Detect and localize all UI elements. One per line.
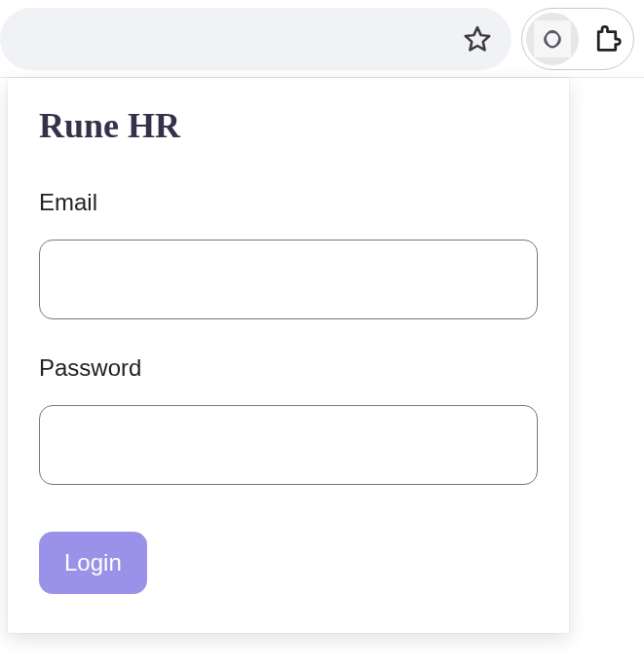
email-label: Email xyxy=(39,189,538,216)
extensions-puzzle-icon xyxy=(592,24,622,54)
password-field-group: Password xyxy=(39,354,538,485)
address-bar[interactable] xyxy=(0,8,511,70)
email-field-group: Email xyxy=(39,189,538,319)
extensions-menu-button[interactable] xyxy=(585,13,629,65)
app-title: Rune HR xyxy=(39,105,538,146)
login-button[interactable]: Login xyxy=(39,532,147,594)
redux-devtools-icon xyxy=(534,20,571,57)
extensions-group xyxy=(521,8,634,70)
svg-marker-0 xyxy=(466,27,490,50)
browser-toolbar xyxy=(0,0,644,78)
email-field[interactable] xyxy=(39,240,538,319)
password-label: Password xyxy=(39,354,538,382)
login-card: Rune HR Email Password Login xyxy=(8,78,569,633)
star-icon[interactable] xyxy=(463,24,492,54)
redux-devtools-button[interactable] xyxy=(526,13,579,65)
password-field[interactable] xyxy=(39,405,538,485)
